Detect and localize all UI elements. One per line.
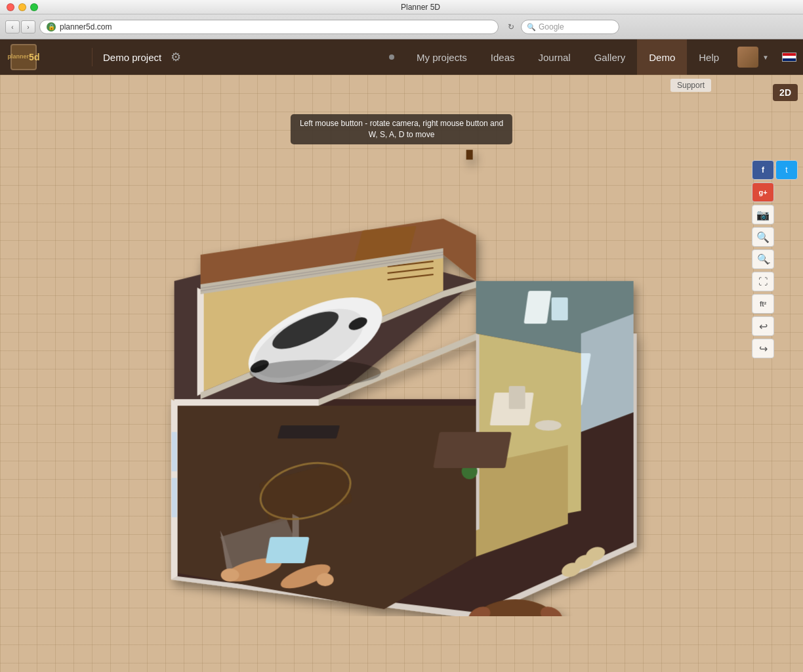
forward-button[interactable]: › [21, 20, 35, 33]
os-toolbar: ‹ › 🔒 planner5d.com ↻ 🔍 Google [0, 14, 803, 39]
nav-my-projects[interactable]: My projects [405, 39, 479, 75]
redo-button[interactable]: ↪ [752, 339, 774, 358]
app-logo: planner 5d [10, 44, 37, 70]
google-plus-button[interactable]: g+ [752, 182, 774, 202]
logo-area: planner 5d [0, 44, 92, 70]
minimize-button[interactable] [18, 3, 26, 11]
nav-buttons: ‹ › [5, 20, 35, 33]
secure-icon: 🔒 [47, 22, 56, 32]
fullscreen-button[interactable]: ⛶ [752, 272, 774, 291]
nav-journal-label: Journal [539, 52, 571, 63]
flag-icon [782, 52, 796, 62]
svg-marker-21 [175, 399, 319, 406]
svg-rect-49 [278, 425, 340, 438]
zoom-out-button[interactable]: 🔍- [752, 249, 774, 269]
support-button[interactable]: Support [670, 79, 711, 92]
nav-dot [389, 54, 394, 60]
nav-gallery-label: Gallery [594, 52, 626, 63]
twitter-button[interactable]: t [775, 160, 798, 180]
close-button[interactable] [7, 3, 14, 11]
address-bar[interactable]: 🔒 planner5d.com [39, 20, 499, 34]
refresh-button[interactable]: ↻ [505, 21, 517, 33]
svg-point-62 [535, 420, 562, 430]
back-button[interactable]: ‹ [5, 20, 20, 33]
search-icon: 🔍 [527, 23, 536, 32]
svg-rect-61 [433, 432, 512, 468]
svg-marker-6 [634, 333, 637, 547]
svg-rect-52 [524, 291, 551, 324]
search-bar[interactable]: 🔍 Google [521, 20, 619, 34]
floor-plan-svg [122, 150, 660, 616]
nav-demo[interactable]: Demo [637, 39, 687, 75]
nav-links: My projects Ideas Journal Gallery Demo H… [405, 39, 731, 75]
social-buttons-row: f t [752, 160, 798, 180]
address-text: planner5d.com [60, 22, 112, 32]
canvas-area[interactable]: Left mouse button - rotate camera, right… [0, 75, 803, 672]
project-name: Demo project [103, 52, 161, 63]
units-button[interactable]: ft² [752, 294, 774, 314]
svg-point-27 [250, 360, 381, 386]
zoom-in-button[interactable]: 🔍 [752, 227, 774, 247]
svg-marker-8 [197, 287, 204, 396]
svg-rect-15 [509, 386, 525, 409]
nav-journal[interactable]: Journal [527, 39, 583, 75]
svg-rect-54 [172, 432, 177, 471]
nav-my-projects-label: My projects [417, 52, 467, 63]
svg-rect-40 [266, 537, 310, 563]
settings-button[interactable]: ⚙ [167, 48, 185, 66]
nav-ideas-label: Ideas [491, 52, 515, 63]
window-title: Planner 5D [45, 3, 796, 12]
nav-help-label: Help [699, 52, 719, 63]
avatar[interactable] [737, 47, 758, 68]
nav-demo-label: Demo [649, 52, 675, 63]
search-placeholder: Google [539, 22, 564, 32]
nav-help[interactable]: Help [687, 39, 731, 75]
user-dropdown-arrow[interactable]: ▼ [762, 54, 769, 61]
view-2d-button[interactable]: 2D [773, 84, 798, 101]
svg-rect-53 [552, 297, 568, 320]
traffic-lights [7, 3, 38, 11]
language-flag[interactable] [775, 52, 803, 62]
nav-gallery[interactable]: Gallery [583, 39, 638, 75]
screenshot-button[interactable]: 📷 [752, 205, 774, 224]
os-titlebar: Planner 5D [0, 0, 803, 14]
nav-ideas[interactable]: Ideas [479, 39, 527, 75]
svg-point-37 [221, 568, 239, 581]
undo-button[interactable]: ↩ [752, 316, 774, 336]
tooltip-bar: Left mouse button - rotate camera, right… [291, 114, 512, 144]
app-area: planner 5d Demo project ⚙ My projects Id… [0, 39, 803, 672]
os-chrome: Planner 5D ‹ › 🔒 planner5d.com ↻ 🔍 Googl… [0, 0, 803, 39]
social-buttons-row-2: g+ [752, 182, 798, 202]
svg-marker-11 [581, 314, 634, 432]
side-toolbar: f t g+ 📷 🔍 🔍- ⛶ ft² ↩ ↪ [752, 160, 798, 358]
svg-rect-55 [172, 478, 177, 517]
project-name-area: Demo project ⚙ [92, 48, 185, 66]
app-header: planner 5d Demo project ⚙ My projects Id… [0, 39, 803, 75]
maximize-button[interactable] [30, 3, 38, 11]
facebook-button[interactable]: f [752, 160, 774, 180]
user-area: ▼ [731, 47, 775, 68]
svg-rect-51 [466, 150, 473, 159]
svg-point-39 [317, 573, 334, 586]
floor-plan[interactable] [122, 150, 660, 616]
